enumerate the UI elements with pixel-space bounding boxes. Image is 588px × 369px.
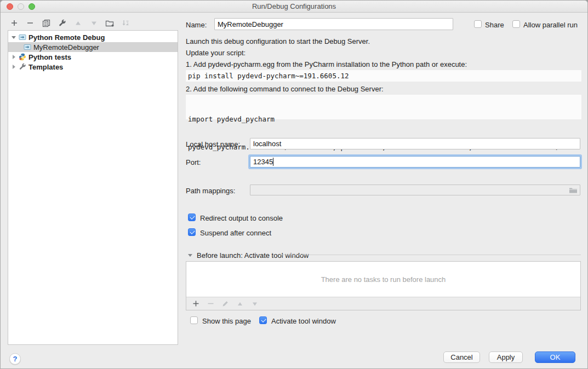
sort-configurations-button[interactable] (119, 17, 132, 29)
instruction-line-1: Launch this debug configuration to start… (186, 37, 370, 45)
before-launch-tasks-panel: There are no tasks to run before launch (186, 261, 581, 310)
show-this-page-label: Show this page (202, 317, 251, 325)
suspend-after-connect-checkbox[interactable] (188, 228, 196, 236)
tree-item-templates[interactable]: Templates (8, 62, 178, 72)
local-host-name-input[interactable] (250, 138, 580, 149)
tree-item-label: MyRemoteDebugger (33, 43, 99, 51)
run-debug-configurations-dialog: Run/Debug Configurations (0, 0, 588, 369)
minus-icon (207, 300, 214, 307)
cancel-button[interactable]: Cancel (443, 351, 480, 363)
new-folder-icon (105, 19, 115, 27)
arrow-down-icon (90, 20, 98, 27)
remove-task-button[interactable] (205, 299, 215, 309)
move-task-up-button[interactable] (235, 299, 245, 309)
remote-debug-icon (19, 33, 26, 41)
arrow-up-icon (75, 20, 82, 27)
plus-icon (192, 300, 199, 307)
tree-item-myremotedebugger[interactable]: MyRemoteDebugger (8, 42, 178, 52)
move-up-button[interactable] (72, 17, 84, 29)
copy-configuration-button[interactable] (40, 17, 52, 29)
folder-icon (569, 187, 578, 194)
question-mark-icon: ? (13, 355, 18, 363)
plus-icon (10, 19, 18, 27)
tree-item-label: Python tests (28, 53, 71, 61)
new-folder-button[interactable] (104, 17, 116, 29)
tree-item-python-tests[interactable]: Python tests (8, 52, 178, 62)
port-input[interactable] (250, 156, 580, 168)
wrench-icon (58, 19, 66, 27)
move-down-button[interactable] (88, 17, 100, 29)
add-task-button[interactable] (191, 299, 201, 309)
minus-icon (26, 19, 34, 27)
instruction-line-2: Update your script: (186, 49, 246, 57)
add-configuration-button[interactable] (8, 17, 20, 29)
before-launch-empty-text: There are no tasks to run before launch (186, 262, 580, 297)
instruction-step-1: 1. Add pydevd-pycharm.egg from the PyCha… (186, 60, 467, 68)
before-launch-header: Before launch: Activate tool window (197, 251, 309, 260)
move-task-down-button[interactable] (250, 299, 260, 309)
settrace-code-line-1: import pydevd_pycharm (188, 114, 579, 124)
tree-item-label: Python Remote Debug (28, 33, 105, 42)
templates-wrench-icon (19, 63, 26, 71)
chevron-expanded-icon[interactable] (11, 34, 16, 40)
pip-install-code: pip install pydevd-pycharm~=191.6605.12 (186, 70, 581, 82)
chevron-collapsed-icon[interactable] (11, 64, 16, 70)
remote-debug-icon (24, 43, 31, 51)
suspend-after-connect-label: Suspend after connect (200, 229, 271, 237)
edit-templates-button[interactable] (56, 17, 68, 29)
tree-item-python-remote-debug[interactable]: Python Remote Debug (8, 32, 178, 42)
activate-tool-window-label: Activate tool window (271, 317, 336, 325)
activate-tool-window-checkbox[interactable] (259, 316, 267, 324)
apply-button[interactable]: Apply (489, 351, 523, 363)
help-button[interactable]: ? (9, 353, 21, 365)
path-mappings-label: Path mappings: (186, 187, 235, 195)
tree-item-label: Templates (28, 63, 63, 71)
allow-parallel-run-label: Allow parallel run (523, 21, 578, 29)
python-tests-icon (19, 53, 26, 61)
configurations-toolbar (8, 16, 132, 30)
name-label: Name: (186, 21, 207, 29)
before-launch-divider (279, 255, 581, 255)
port-label: Port: (186, 158, 201, 166)
ok-button[interactable]: OK (535, 351, 575, 363)
path-mappings-field[interactable] (250, 184, 580, 195)
browse-path-mappings-button[interactable] (568, 186, 578, 194)
chevron-collapsed-icon[interactable] (11, 54, 16, 60)
share-checkbox[interactable] (474, 20, 482, 28)
redirect-output-label: Redirect output to console (200, 214, 283, 222)
before-launch-toolbar (186, 297, 580, 310)
sort-alphabetically-icon (122, 19, 129, 27)
window-title: Run/Debug Configurations (1, 2, 587, 10)
text-caret (273, 158, 273, 166)
share-label: Share (485, 21, 504, 29)
redirect-output-checkbox[interactable] (188, 214, 196, 221)
before-launch-collapse-icon[interactable] (187, 252, 193, 258)
pencil-icon (222, 300, 229, 307)
arrow-up-icon (237, 301, 243, 307)
local-host-name-label: Local host name: (186, 140, 240, 148)
edit-task-button[interactable] (220, 299, 230, 309)
instruction-step-2: 2. Add the following command to connect … (186, 85, 384, 93)
copy-icon (42, 19, 50, 27)
settrace-code: import pydevd_pycharm pydevd_pycharm.set… (186, 95, 581, 119)
arrow-down-icon (252, 301, 258, 307)
remove-configuration-button[interactable] (24, 17, 36, 29)
configurations-tree: Python Remote Debug MyRemoteDebugger Pyt… (8, 30, 178, 345)
titlebar: Run/Debug Configurations (1, 1, 587, 13)
allow-parallel-run-checkbox[interactable] (512, 20, 520, 28)
name-input[interactable] (214, 18, 453, 30)
show-this-page-checkbox[interactable] (190, 316, 198, 324)
